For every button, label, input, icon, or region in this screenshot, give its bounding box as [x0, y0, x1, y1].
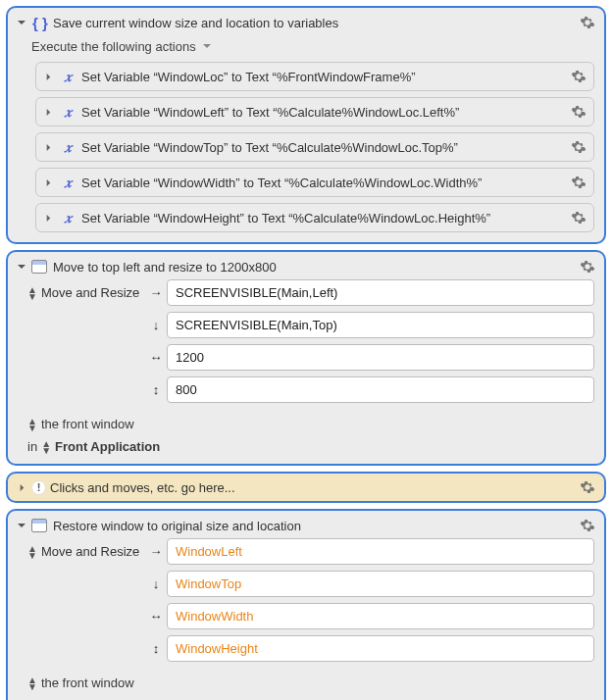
variable-icon: 𝑥 [59, 104, 76, 121]
gear-icon[interactable] [579, 517, 596, 534]
in-label: in [27, 439, 37, 454]
variable-icon: 𝑥 [59, 175, 76, 191]
disclosure-triangle-icon[interactable] [16, 262, 27, 272]
form-row-width: ↔ 1200 [27, 344, 594, 371]
input-height[interactable]: WindowHeight [167, 635, 594, 662]
form-row-right: ▲▼ Move and Resize → SCREENVISIBLE(Main,… [27, 279, 594, 306]
group-title: Clicks and moves, etc. go here... [50, 480, 575, 495]
window-icon [31, 260, 47, 274]
input-left[interactable]: WindowLeft [167, 538, 594, 565]
subheader-label: Execute the following actions [31, 39, 196, 54]
input-height[interactable]: 800 [167, 376, 594, 403]
stepper-icon: ▲▼ [27, 545, 37, 559]
form-row-down: ↓ SCREENVISIBLE(Main,Top) [27, 312, 594, 338]
group-move-resize: Move to top left and resize to 1200x800 … [6, 250, 606, 466]
input-width[interactable]: 1200 [167, 344, 594, 371]
group-header[interactable]: Move to top left and resize to 1200x800 [8, 252, 604, 279]
gear-icon[interactable] [570, 103, 587, 121]
group-note: ! Clicks and moves, etc. go here... [6, 472, 606, 503]
disclosure-triangle-icon[interactable] [16, 18, 27, 27]
action-text: Set Variable “WindowHeight” to Text “%Ca… [81, 211, 565, 225]
variable-icon: 𝑥 [59, 210, 76, 226]
application-popup[interactable]: Front Application [55, 439, 160, 454]
disclosure-triangle-icon[interactable] [42, 214, 54, 223]
stepper-icon: ▲▼ [27, 418, 37, 431]
variable-icon: 𝑥 [59, 69, 76, 85]
group-body: Execute the following actions 𝑥 Set Vari… [8, 35, 604, 242]
form-row-height: ↕ 800 [27, 376, 594, 403]
application-target: in ▲▼ Front Application [18, 690, 594, 700]
input-top[interactable]: WindowTop [167, 571, 594, 597]
action-text: Set Variable “WindowLoc” to Text “%Front… [81, 70, 565, 84]
target-text: the front window [41, 417, 134, 431]
input-left[interactable]: SCREENVISIBLE(Main,Left) [167, 279, 594, 306]
action-text: Set Variable “WindowLeft” to Text “%Calc… [81, 105, 565, 120]
arrow-horizontal-icon: ↔ [145, 609, 167, 624]
gear-icon[interactable] [570, 138, 587, 156]
gear-icon[interactable] [570, 68, 587, 85]
action-row[interactable]: 𝑥 Set Variable “WindowTop” to Text “%Cal… [35, 132, 594, 162]
target-text: the front window [41, 675, 134, 690]
window-target-popup[interactable]: ▲▼ the front window [18, 668, 594, 690]
form-row-down: ↓ WindowTop [27, 571, 594, 597]
form-row-right: ▲▼ Move and Resize → WindowLeft [27, 538, 594, 565]
disclosure-triangle-icon[interactable] [42, 108, 54, 117]
group-body: ▲▼ Move and Resize → SCREENVISIBLE(Main,… [8, 279, 604, 464]
move-resize-popup[interactable]: ▲▼ Move and Resize [27, 544, 145, 559]
disclosure-triangle-icon[interactable] [16, 483, 27, 492]
group-save-variables: { } Save current window size and locatio… [6, 6, 606, 244]
gear-icon[interactable] [570, 174, 587, 191]
comment-icon: ! [31, 480, 46, 495]
disclosure-triangle-icon[interactable] [16, 521, 27, 530]
action-row[interactable]: 𝑥 Set Variable “WindowWidth” to Text “%C… [35, 168, 594, 197]
action-text: Set Variable “WindowWidth” to Text “%Cal… [81, 175, 565, 190]
group-header[interactable]: ! Clicks and moves, etc. go here... [8, 474, 604, 501]
stepper-icon: ▲▼ [27, 676, 37, 690]
group-icon: { } [31, 15, 49, 31]
variable-icon: 𝑥 [59, 139, 76, 156]
gear-icon[interactable] [579, 478, 596, 496]
gear-icon[interactable] [570, 209, 587, 226]
group-body: ▲▼ Move and Resize → WindowLeft ↓ Window… [8, 538, 604, 700]
label-text: Move and Resize [41, 285, 139, 300]
input-width[interactable]: WindowWidth [167, 603, 594, 629]
group-header[interactable]: { } Save current window size and locatio… [8, 8, 604, 35]
execute-subheader: Execute the following actions [18, 35, 594, 62]
application-target: in ▲▼ Front Application [18, 431, 594, 454]
arrow-right-icon: → [145, 544, 167, 559]
input-top[interactable]: SCREENVISIBLE(Main,Top) [167, 312, 594, 338]
form-row-width: ↔ WindowWidth [27, 603, 594, 629]
group-header[interactable]: Restore window to original size and loca… [8, 511, 604, 538]
arrow-down-icon: ↓ [145, 576, 167, 591]
arrow-horizontal-icon: ↔ [145, 350, 167, 365]
disclosure-triangle-icon[interactable] [42, 73, 54, 81]
action-row[interactable]: 𝑥 Set Variable “WindowLoc” to Text “%Fro… [35, 62, 594, 91]
arrow-right-icon: → [145, 285, 167, 300]
arrow-vertical-icon: ↕ [145, 382, 167, 397]
arrow-down-icon: ↓ [145, 318, 167, 332]
form-row-height: ↕ WindowHeight [27, 635, 594, 662]
move-resize-popup[interactable]: ▲▼ Move and Resize [27, 285, 145, 300]
action-text: Set Variable “WindowTop” to Text “%Calcu… [81, 140, 565, 155]
group-title: Move to top left and resize to 1200x800 [53, 260, 575, 275]
gear-icon[interactable] [579, 14, 596, 31]
group-restore: Restore window to original size and loca… [6, 509, 606, 700]
gear-icon[interactable] [579, 258, 596, 275]
action-row[interactable]: 𝑥 Set Variable “WindowLeft” to Text “%Ca… [35, 97, 594, 126]
chevron-down-icon[interactable] [202, 41, 212, 53]
label-text: Move and Resize [41, 544, 139, 559]
disclosure-triangle-icon[interactable] [42, 143, 54, 152]
group-title: Restore window to original size and loca… [53, 519, 575, 533]
disclosure-triangle-icon[interactable] [42, 178, 54, 187]
stepper-icon: ▲▼ [41, 440, 51, 454]
window-target-popup[interactable]: ▲▼ the front window [18, 409, 594, 431]
stepper-icon: ▲▼ [27, 286, 37, 300]
window-icon [31, 519, 47, 532]
action-row[interactable]: 𝑥 Set Variable “WindowHeight” to Text “%… [35, 203, 594, 232]
arrow-vertical-icon: ↕ [145, 641, 167, 656]
group-title: Save current window size and location to… [53, 16, 575, 30]
